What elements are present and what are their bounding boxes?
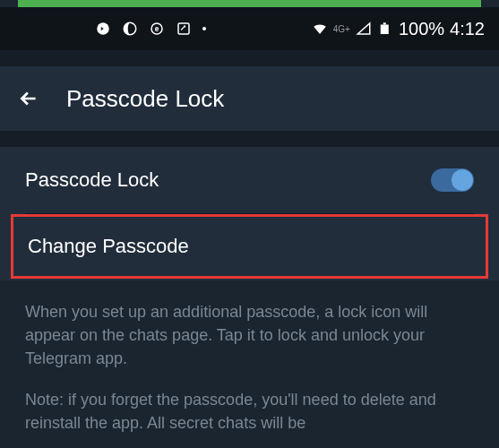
svg-rect-6 bbox=[383, 22, 386, 24]
svg-rect-4 bbox=[178, 23, 189, 34]
wifi-icon bbox=[312, 21, 328, 37]
svg-text:e: e bbox=[155, 25, 159, 33]
passcode-lock-toggle[interactable] bbox=[431, 168, 474, 192]
description-paragraph-1: When you set up an additional passcode, … bbox=[25, 300, 474, 370]
gap bbox=[0, 50, 499, 66]
back-button[interactable] bbox=[14, 84, 43, 113]
top-accent-bar bbox=[18, 0, 481, 7]
app-header: Passcode Lock bbox=[0, 66, 499, 131]
more-dot bbox=[202, 27, 206, 30]
page-title: Passcode Lock bbox=[66, 85, 224, 113]
description-section: When you set up an additional passcode, … bbox=[0, 280, 499, 448]
time: 4:12 bbox=[450, 19, 485, 39]
gap bbox=[0, 131, 499, 147]
sound-icon bbox=[95, 21, 111, 37]
change-passcode-label: Change Passcode bbox=[28, 235, 189, 258]
description-paragraph-2: Note: if you forget the passcode, you'll… bbox=[25, 388, 474, 435]
svg-rect-5 bbox=[381, 25, 389, 35]
toggle-knob bbox=[452, 169, 473, 191]
passcode-lock-label: Passcode Lock bbox=[25, 168, 159, 192]
status-left-icons: e bbox=[14, 21, 206, 37]
box-icon bbox=[176, 21, 192, 37]
content-area: Passcode Lock Change Passcode When you s… bbox=[0, 147, 499, 448]
status-right: 4G+ 100% 4:12 bbox=[312, 19, 485, 39]
e-icon: e bbox=[149, 21, 165, 37]
passcode-lock-row[interactable]: Passcode Lock bbox=[0, 147, 499, 213]
battery-icon bbox=[377, 21, 393, 37]
status-bar: e 4G+ 100% 4:12 bbox=[0, 7, 499, 50]
signal-icon bbox=[356, 21, 372, 37]
back-arrow-icon bbox=[17, 87, 40, 110]
moon-icon bbox=[122, 21, 138, 37]
change-passcode-row[interactable]: Change Passcode bbox=[11, 214, 488, 279]
battery-percent: 100% bbox=[399, 19, 444, 39]
network-label: 4G+ bbox=[333, 24, 350, 34]
